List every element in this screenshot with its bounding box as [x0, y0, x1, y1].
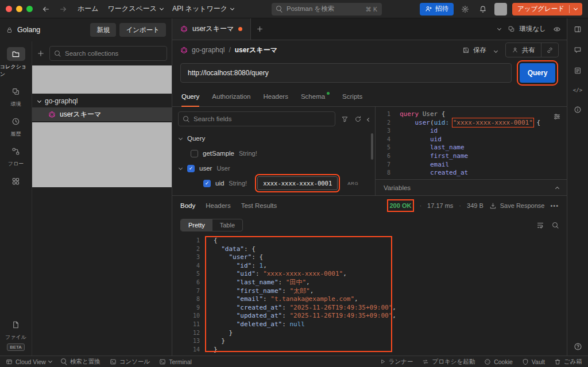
add-collection-button[interactable]: [37, 49, 45, 57]
collapse-panel-icon[interactable]: [368, 115, 370, 123]
tab-authorization[interactable]: Authorization: [212, 86, 250, 106]
sidebar-item-history[interactable]: 履歴: [7, 114, 25, 138]
help-icon[interactable]: [574, 342, 582, 351]
settings-gear-icon[interactable]: [459, 3, 471, 16]
avatar[interactable]: [494, 3, 507, 16]
response-tab-body[interactable]: Body: [180, 202, 195, 209]
uid-checkbox[interactable]: [203, 180, 211, 187]
tab-query[interactable]: Query: [181, 86, 199, 106]
save-button[interactable]: 保存: [462, 46, 486, 55]
new-button[interactable]: 新規: [90, 23, 116, 37]
panel-layout-icon[interactable]: [574, 25, 582, 33]
back-icon[interactable]: [40, 3, 52, 16]
variables-section[interactable]: Variables: [376, 179, 567, 195]
start-proxy-button[interactable]: プロキシを起動: [422, 358, 475, 366]
uid-value-input[interactable]: xxxx-xxxx-xxxx-0001: [257, 176, 338, 190]
invite-button[interactable]: 招待: [420, 3, 454, 16]
forward-icon[interactable]: [57, 3, 69, 16]
search-fields-placeholder: Search fields: [194, 115, 231, 122]
minimize-window-button[interactable]: [16, 6, 22, 12]
field-getsample[interactable]: getSample String!: [178, 146, 370, 161]
breadcrumb-collection[interactable]: go-graphql: [192, 46, 225, 54]
save-response-button[interactable]: Save Response: [489, 202, 545, 210]
close-window-button[interactable]: [6, 6, 12, 12]
prettify-icon[interactable]: [553, 113, 561, 121]
environment-selector[interactable]: 環境なし: [508, 25, 546, 33]
workspace-name[interactable]: Golang: [17, 26, 40, 34]
refresh-icon[interactable]: [354, 115, 362, 123]
global-search-input[interactable]: Postman を検索 ⌘ K: [272, 3, 382, 16]
tab-scripts[interactable]: Scripts: [342, 86, 362, 106]
workspace-actions: 新規 インポート: [90, 23, 166, 37]
share-button[interactable]: 共有: [506, 46, 541, 55]
vault-button[interactable]: Vault: [522, 358, 545, 365]
query-send-button[interactable]: Query: [520, 63, 555, 83]
search-fields-input[interactable]: Search fields: [178, 111, 335, 126]
terminal-icon: [159, 358, 166, 365]
expand-chevron-icon[interactable]: [178, 168, 183, 169]
expand-chevron-icon: [37, 98, 41, 102]
collections-search-input[interactable]: Search collections: [49, 46, 167, 61]
tab-user-schema[interactable]: userスキーマ: [172, 18, 251, 40]
cloud-view-button[interactable]: Cloud View: [6, 358, 52, 365]
save-options-chevron[interactable]: [492, 46, 500, 54]
request-user-schema[interactable]: userスキーマ: [32, 107, 172, 121]
view-pretty[interactable]: Pretty: [181, 219, 212, 231]
scrollbar[interactable]: [371, 133, 373, 160]
request-name: userスキーマ: [60, 110, 101, 119]
getsample-checkbox[interactable]: [191, 150, 198, 157]
nav-workspaces[interactable]: ワークスペース: [108, 4, 163, 14]
response-tab-test-results[interactable]: Test Results: [241, 202, 277, 209]
download-icon: [489, 202, 497, 210]
topbar: ホーム ワークスペース API ネットワーク Postman を検索 ⌘ K 招…: [0, 0, 588, 18]
terminal-label: Terminal: [169, 358, 192, 365]
sidebar-item-environments[interactable]: 環境: [7, 84, 25, 108]
search-icon: [61, 358, 67, 365]
cookies-button[interactable]: Cookie: [484, 358, 513, 365]
user-checkbox[interactable]: [187, 165, 195, 172]
more-actions-button[interactable]: •••: [550, 202, 559, 209]
link-icon[interactable]: [541, 47, 558, 54]
url-input[interactable]: http://localhost:8080/query: [180, 63, 512, 83]
graphql-editor[interactable]: 1query User {2 user(uid: "xxxx-xxxx-xxxx…: [376, 107, 567, 179]
tab-headers[interactable]: Headers: [263, 86, 288, 106]
search-response-icon[interactable]: [552, 222, 559, 229]
notifications-bell-icon[interactable]: [477, 3, 489, 16]
field-user[interactable]: user User: [178, 161, 370, 176]
runner-button[interactable]: ランナー: [380, 358, 413, 366]
arg-uid[interactable]: uid String! xxxx-xxxx-xxxx-0001 ARG: [178, 176, 370, 191]
tab-schema[interactable]: Schema: [301, 86, 330, 106]
sidebar-item-flows[interactable]: フロー: [7, 144, 25, 168]
wrap-lines-icon[interactable]: [536, 221, 544, 229]
sidebar-item-more[interactable]: [7, 174, 25, 188]
find-replace-button[interactable]: 検索と置換: [61, 358, 100, 366]
response-tab-headers[interactable]: Headers: [206, 202, 230, 209]
view-table[interactable]: Table: [212, 219, 242, 231]
info-icon[interactable]: [574, 106, 582, 114]
response-meta: 200 OK 17.17 ms 349 B Save Response •••: [390, 202, 559, 210]
new-tab-button[interactable]: [251, 18, 268, 40]
sidebar-item-files[interactable]: ファイル BETA: [5, 318, 26, 351]
collection-go-graphql[interactable]: go-graphql: [32, 95, 172, 107]
zoom-window-button[interactable]: [26, 6, 33, 12]
nav-api-network[interactable]: API ネットワーク: [172, 4, 234, 14]
upgrade-button[interactable]: アップグレード: [512, 3, 582, 16]
query-root-node[interactable]: Query: [178, 131, 370, 146]
code-snippet-icon[interactable]: </>: [573, 87, 582, 93]
expand-chevron-icon[interactable]: [178, 138, 183, 140]
trash-button[interactable]: ごみ箱: [554, 358, 582, 366]
redacted-block: [32, 65, 172, 94]
console-button[interactable]: コンソール: [110, 358, 150, 366]
terminal-button[interactable]: Terminal: [159, 358, 192, 365]
sidebar-item-collections[interactable]: コレクション: [0, 47, 32, 78]
response-body[interactable]: 1{2 "data": {3 "user": {4 "id": 1,5 "uid…: [172, 235, 567, 356]
filter-icon[interactable]: [341, 115, 349, 123]
nav-home-label: ホーム: [78, 4, 99, 14]
documentation-icon[interactable]: [574, 67, 582, 75]
separator-dot: [419, 202, 421, 209]
nav-home[interactable]: ホーム: [78, 4, 99, 14]
comments-icon[interactable]: [574, 46, 582, 54]
environment-quick-look-icon[interactable]: [553, 25, 561, 33]
chevron-down-icon[interactable]: [498, 28, 501, 30]
import-button[interactable]: インポート: [119, 23, 166, 37]
